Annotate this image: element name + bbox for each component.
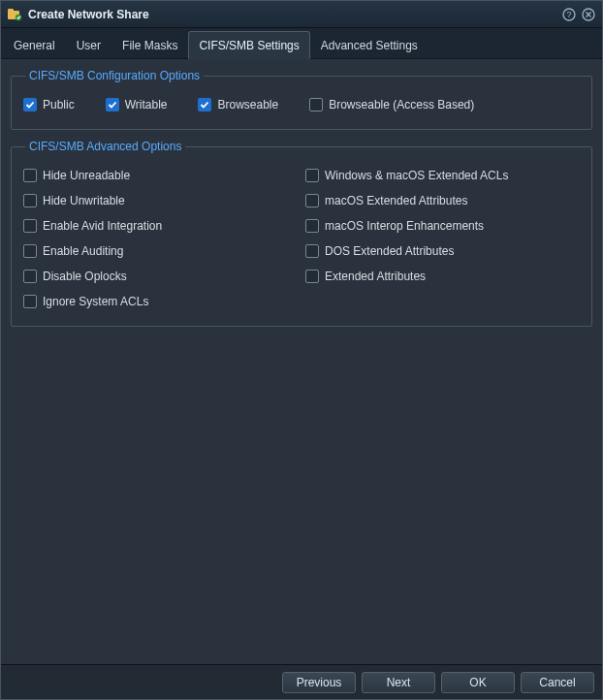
checkbox-windows-macos-extended-acls[interactable]: Windows & macOS Extended ACLs [305,163,580,188]
checkbox-browseable-access-based[interactable]: Browseable (Access Based) [309,92,474,117]
tab-general[interactable]: General [3,31,66,58]
tab-file-masks[interactable]: File Masks [111,31,188,58]
svg-text:?: ? [566,10,571,19]
button-label: Cancel [539,676,575,689]
checkbox-label: macOS Extended Attributes [325,194,467,207]
next-button[interactable]: Next [362,672,435,693]
checkbox-box [305,194,319,207]
group-legend: CIFS/SMB Configuration Options [25,69,204,82]
help-icon[interactable]: ? [561,7,577,22]
button-label: Previous [297,676,342,689]
group-advanced-options: CIFS/SMB Advanced Options Hide Unreadabl… [11,140,592,327]
checkbox-label: Hide Unreadable [43,169,130,182]
checkbox-extended-attributes[interactable]: Extended Attributes [305,264,580,289]
advanced-right-column: Windows & macOS Extended ACLs macOS Exte… [305,163,580,314]
checkbox-box [305,244,319,258]
checkbox-public[interactable]: Public [23,92,75,117]
checkbox-box [23,244,37,258]
checkbox-label: Disable Oplocks [43,270,127,283]
group-config-options: CIFS/SMB Configuration Options Public Wr… [11,69,592,130]
checkbox-dos-extended-attributes[interactable]: DOS Extended Attributes [305,239,580,264]
checkbox-disable-oplocks[interactable]: Disable Oplocks [23,264,298,289]
advanced-left-column: Hide Unreadable Hide Unwritable Enable A… [23,163,298,314]
button-label: Next [387,676,411,689]
checkbox-label: Public [43,98,75,111]
checkbox-hide-unwritable[interactable]: Hide Unwritable [23,188,298,213]
checkbox-enable-avid-integration[interactable]: Enable Avid Integration [23,213,298,239]
titlebar: Create Network Share ? [1,1,602,28]
checkbox-label: Browseable [217,98,278,111]
checkbox-label: Browseable (Access Based) [329,98,474,111]
checkbox-ignore-system-acls[interactable]: Ignore System ACLs [23,289,298,314]
config-options-row: Public Writable Browseable Browseable (A… [23,92,580,117]
tab-cifs-smb-settings[interactable]: CIFS/SMB Settings [188,31,309,59]
checkbox-label: macOS Interop Enhancements [325,219,484,233]
checkbox-label: Enable Auditing [43,244,123,258]
checkbox-writable[interactable]: Writable [106,92,168,117]
checkbox-label: Hide Unwritable [43,194,125,207]
checkbox-box [305,219,319,233]
cancel-button[interactable]: Cancel [521,672,594,693]
checkbox-box [23,194,37,207]
checkbox-browseable[interactable]: Browseable [198,92,278,117]
checkbox-box [23,169,37,182]
tab-label: User [77,39,101,52]
checkbox-label: Windows & macOS Extended ACLs [325,169,508,182]
checkbox-label: Writable [125,98,168,111]
tab-advanced-settings[interactable]: Advanced Settings [310,31,428,58]
checkbox-label: Enable Avid Integration [43,219,162,233]
group-legend: CIFS/SMB Advanced Options [25,140,185,153]
close-icon[interactable] [581,7,596,22]
checkbox-box [23,270,37,283]
tab-label: Advanced Settings [321,39,418,52]
dialog-window: Create Network Share ? General User File… [0,0,603,700]
checkbox-box [106,98,119,111]
tab-label: CIFS/SMB Settings [199,39,299,52]
checkbox-hide-unreadable[interactable]: Hide Unreadable [23,163,298,188]
checkbox-macos-extended-attributes[interactable]: macOS Extended Attributes [305,188,580,213]
tab-label: General [14,39,55,52]
share-folder-icon [7,7,22,22]
tab-bar: General User File Masks CIFS/SMB Setting… [1,28,602,59]
svg-point-2 [16,14,21,19]
checkbox-box [23,219,37,233]
checkbox-macos-interop-enhancements[interactable]: macOS Interop Enhancements [305,213,580,239]
tab-label: File Masks [122,39,177,52]
checkbox-box [198,98,211,111]
dialog-footer: Previous Next OK Cancel [1,664,602,699]
window-title: Create Network Share [28,8,557,21]
tab-content: CIFS/SMB Configuration Options Public Wr… [1,59,602,664]
previous-button[interactable]: Previous [282,672,356,693]
tab-user[interactable]: User [66,31,111,58]
checkbox-box [23,295,37,308]
advanced-options-grid: Hide Unreadable Hide Unwritable Enable A… [23,163,580,314]
button-label: OK [469,676,486,689]
checkbox-label: DOS Extended Attributes [325,244,454,258]
svg-rect-1 [8,9,14,12]
checkbox-label: Extended Attributes [325,270,426,283]
checkbox-box [305,169,319,182]
checkbox-enable-auditing[interactable]: Enable Auditing [23,239,298,264]
ok-button[interactable]: OK [441,672,515,693]
checkbox-box [23,98,37,111]
checkbox-label: Ignore System ACLs [43,295,148,308]
checkbox-box [309,98,323,111]
checkbox-box [305,270,319,283]
